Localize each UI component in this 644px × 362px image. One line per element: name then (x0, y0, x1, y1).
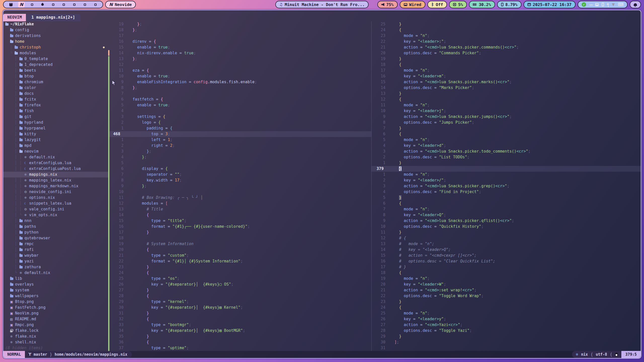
code-line[interactable]: 20 options.desc = "Commands Picker"; (372, 50, 641, 56)
workspace-item-square[interactable] (60, 2, 67, 8)
status-pill-volume[interactable]: 75% (377, 1, 398, 8)
tree-item-mappings_latex.nix[interactable]: │ │ ❄mappings_latex.nix (3, 177, 108, 183)
code-line[interactable]: 17 (108, 33, 371, 39)
tree-item-lazygit[interactable]: │ lazygit (3, 137, 108, 143)
code-line[interactable]: 5 enable = true; (108, 102, 371, 108)
code-line[interactable]: 5 mode = "n"; (372, 137, 641, 143)
tree-item-qutebrowser[interactable]: │ qutebrowser (3, 235, 108, 241)
code-line[interactable]: 14 # key = "<leader>Q"; (372, 247, 641, 253)
system-tray[interactable]: ✓⌣⌣▼⌨ (578, 1, 628, 8)
code-line[interactable]: 8 key.width = 17; (108, 177, 371, 183)
status-pill-memory[interactable]: 30.2% (469, 1, 495, 8)
tree-item-NixFlake[interactable]: ~/NixFlake (3, 21, 108, 27)
code-line[interactable]: 11 mode = "n"; (372, 102, 641, 108)
tray-keyboard-icon[interactable]: ⌨ (618, 3, 624, 7)
code-line[interactable]: 24 { (372, 305, 641, 310)
code-line[interactable]: 18 { (372, 62, 641, 68)
code-line[interactable]: 8 }; (108, 85, 371, 91)
tree-item-docs[interactable]: │ docs (3, 91, 108, 97)
code-line[interactable]: 8 options.desc = "Jumps Picker"; (372, 120, 641, 125)
tree-item-config[interactable]: config (3, 27, 108, 33)
code-line[interactable]: 1 padding = { (108, 125, 371, 131)
code-line[interactable]: 26 key = "{#separator}│ {#keys}▢ OS"; (108, 282, 371, 287)
code-line[interactable]: 4 options.desc = "Find in Project"; (372, 189, 641, 195)
tree-item-python[interactable]: │ python (3, 230, 108, 235)
code-line[interactable]: 20 { (108, 247, 371, 253)
tree-item-NeoVim.png[interactable]: ▣NeoVim.png (3, 310, 108, 316)
code-line[interactable]: 13 }; (108, 56, 371, 62)
code-line[interactable]: 23 } (108, 264, 371, 270)
tree-item-default.nix[interactable]: │ │ ❄default.nix (3, 154, 108, 160)
tray-triangle-icon[interactable]: ▼ (612, 3, 615, 7)
tree-item-overlays[interactable]: overlays (3, 282, 108, 287)
code-line[interactable]: 11 # Box Drawing: ╭ ─ ╮ ╰ ╯ │ (108, 195, 371, 201)
code-line[interactable]: 22 options.desc = "Toggle Word Wrap"; (372, 293, 641, 299)
code-line[interactable]: 468 top = 3; (108, 131, 371, 137)
tray-key-icon[interactable] (607, 3, 609, 5)
tree-item-Rmpc.png[interactable]: ▣Rmpc.png (3, 322, 108, 328)
workspace-item-neovide[interactable]: N (18, 2, 25, 8)
code-line[interactable]: 27 } (108, 287, 371, 293)
tree-item-nnn[interactable]: │ nnn (3, 218, 108, 224)
code-line[interactable]: 5 } (372, 195, 641, 201)
tray-ethernet-port-icon[interactable] (595, 3, 599, 6)
code-line[interactable]: 16 # options.desc = "Clear Quickfix List… (372, 258, 641, 264)
code-line[interactable]: 32 { (108, 316, 371, 322)
workspace-item-square[interactable] (92, 2, 99, 8)
git-branch-label[interactable]: master (33, 352, 47, 357)
code-line[interactable]: 9 action = "<cmd>lua Snacks.picker.jumps… (372, 114, 641, 120)
code-line[interactable]: 25 } (372, 21, 641, 27)
code-line[interactable]: 18 (108, 235, 371, 241)
code-line[interactable]: 12 # { (372, 235, 641, 241)
code-line[interactable]: 19 mode = "n"; (372, 276, 641, 282)
tree-item-hyprland[interactable]: │ hyprland (3, 120, 108, 125)
tree-item-flake.lock[interactable]: flake.lock (3, 328, 108, 334)
workspace-item-square[interactable] (29, 2, 35, 8)
code-line[interactable]: 16 format = "{#1}╭── {#}{user-name-color… (108, 224, 371, 230)
code-line[interactable]: 3 settings = { (108, 114, 371, 120)
code-line[interactable]: 26 key = "<leader>y"; (372, 316, 641, 322)
tree-item-mappings_markdown.nix[interactable]: │ │ ❄mappings_markdown.nix (3, 183, 108, 189)
tree-item-waybar[interactable]: │ waybar (3, 253, 108, 258)
code-line[interactable]: 2 logo = { (108, 120, 371, 125)
code-line[interactable]: 15 action = "<cmd>lua Snacks.picker.mark… (372, 79, 641, 85)
code-line[interactable]: 30 key = "{#separator}│ {#keys}▤ Kernel"… (108, 305, 371, 310)
code-line[interactable]: 4 key = "<leader>d"; (372, 143, 641, 149)
code-line[interactable]: 13 } (372, 91, 641, 97)
tree-item-vale_config.ini[interactable]: │ │ ⚙vale_config.ini (3, 206, 108, 212)
code-line[interactable]: 13 # mode = "n"; (372, 241, 641, 247)
tree-item-beets[interactable]: │ beets (3, 68, 108, 73)
code-line[interactable]: 19 # System Information (108, 241, 371, 247)
tree-item-git[interactable]: │ git (3, 114, 108, 120)
code-line[interactable]: 1 } (372, 160, 641, 166)
code-line[interactable]: 7 separator = ""; (108, 172, 371, 177)
tree-item-system[interactable]: system (3, 287, 108, 293)
music-widget[interactable]: ♫ Minuit Machine - Don't Run Fro... (275, 1, 369, 8)
code-line[interactable]: 21 action = "<cmd>lua Snacks.picker.comm… (372, 44, 641, 50)
code-line[interactable]: 9 enableFishIntegration = config.modules… (108, 79, 371, 85)
code-line[interactable]: 14 { (108, 212, 371, 218)
code-line[interactable]: 31 (372, 345, 641, 351)
code-line[interactable]: 10 enable = true; (108, 73, 371, 79)
tree-item-Btop.png[interactable]: ▣Btop.png (3, 299, 108, 305)
tree-item-home[interactable]: home (3, 39, 108, 44)
code-line[interactable]: 1 left = 1; (108, 137, 371, 143)
code-line[interactable]: 5 (108, 160, 371, 166)
tree-item-lib[interactable]: lib (3, 276, 108, 282)
tree-item-firefox[interactable]: │ firefox (3, 102, 108, 108)
code-line[interactable]: 17 } (108, 230, 371, 235)
code-line[interactable]: 14 nix-direnv.enable = true; (108, 50, 371, 56)
code-line[interactable]: 7 } (372, 125, 641, 131)
code-line[interactable]: 10 options.desc = "Quickfix History"; (372, 224, 641, 230)
tree-item-fcitx[interactable]: │ fcitx (3, 97, 108, 102)
code-line[interactable]: 379 { (372, 166, 641, 172)
code-line[interactable]: 19 } (372, 56, 641, 62)
tree-item-zathura[interactable]: │ zathura (3, 264, 108, 270)
tree-item-extraConfigLuaPost.lua[interactable]: │ │ ☾extraConfigLuaPost.lua (3, 166, 108, 172)
tray-check-icon[interactable]: ✓ (582, 2, 586, 7)
tree-item-rofi[interactable]: │ rofi (3, 247, 108, 253)
workspace-item-flame[interactable] (39, 2, 46, 8)
code-line[interactable]: 36 { (108, 339, 371, 345)
tree-item-8hiddenitems[interactable]: (8 hidden items) (3, 345, 108, 351)
code-line[interactable]: 3 action = "<cmd>lua Snacks.picker.grep(… (372, 183, 641, 189)
